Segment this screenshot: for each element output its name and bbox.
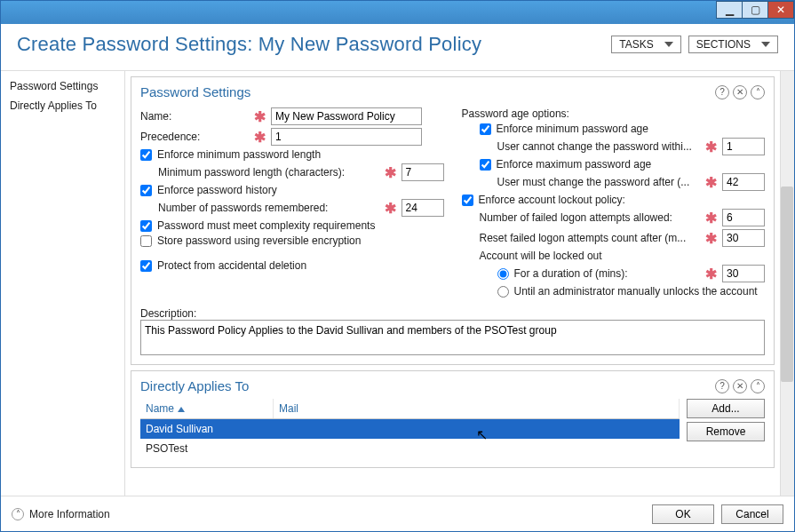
- reversible-checkbox[interactable]: [140, 235, 152, 247]
- more-information-label: More Information: [29, 508, 110, 520]
- cell-mail: [274, 439, 680, 458]
- cell-name: PSOTest: [140, 439, 274, 458]
- table-row[interactable]: David Sullivan: [140, 419, 680, 439]
- enforce-lockout-label: Enforce account lockout policy:: [479, 194, 625, 206]
- minimize-button[interactable]: ▁: [716, 1, 743, 19]
- max-age-input[interactable]: [722, 173, 765, 191]
- nav-item-password-settings[interactable]: Password Settings: [1, 76, 124, 96]
- side-nav: Password Settings Directly Applies To: [1, 71, 125, 496]
- enforce-max-age-checkbox[interactable]: [480, 159, 491, 171]
- required-icon: ✱: [705, 230, 717, 247]
- precedence-label: Precedence:: [140, 131, 247, 143]
- enforce-history-checkbox[interactable]: [140, 185, 152, 196]
- add-button[interactable]: Add...: [687, 399, 765, 418]
- min-length-input[interactable]: [401, 163, 444, 181]
- chevron-up-icon: ˄: [12, 508, 24, 520]
- fail-attempts-label: Number of failed logon attempts allowed:: [480, 211, 699, 224]
- precedence-input[interactable]: [271, 128, 422, 146]
- enforce-min-length-checkbox[interactable]: [140, 149, 152, 161]
- content-area: Password Settings ? ✕ ˄ Name: ✱: [125, 71, 794, 496]
- ok-button[interactable]: OK: [652, 504, 714, 524]
- required-icon: ✱: [705, 174, 717, 191]
- complexity-checkbox[interactable]: [140, 220, 152, 232]
- section-title: Directly Applies To: [140, 378, 249, 393]
- table-row[interactable]: PSOTest: [140, 439, 680, 458]
- fail-attempts-input[interactable]: [722, 209, 765, 226]
- duration-input[interactable]: [722, 265, 765, 282]
- section-title: Password Settings: [140, 84, 250, 99]
- reset-count-input[interactable]: [722, 229, 765, 247]
- sections-menu[interactable]: SECTIONS: [688, 36, 778, 53]
- required-icon: ✱: [385, 164, 396, 181]
- left-column: Name: ✱ Precedence: ✱ Enforce minimum pa…: [140, 105, 444, 300]
- description-input[interactable]: This Password Policy Applies to the Davi…: [140, 320, 765, 355]
- max-age-sublabel: User must change the password after (...: [497, 176, 699, 188]
- protect-checkbox[interactable]: [140, 260, 152, 272]
- age-options-title: Password age options:: [462, 107, 569, 120]
- minimize-icon: ▁: [726, 4, 734, 16]
- description-row: Description: This Password Policy Applie…: [140, 307, 765, 355]
- until-admin-radio[interactable]: [497, 286, 509, 298]
- enforce-history-label: Enforce password history: [157, 184, 277, 196]
- enforce-max-age-label: Enforce maximum password age: [497, 158, 652, 171]
- collapse-icon[interactable]: ˄: [751, 85, 765, 99]
- dialog-window: ▁ ▢ ✕ Create Password Settings: My New P…: [0, 0, 795, 532]
- required-icon: ✱: [254, 108, 266, 125]
- reversible-label: Store password using reversible encrypti…: [157, 234, 361, 247]
- maximize-icon: ▢: [751, 4, 760, 16]
- cell-name: David Sullivan: [140, 419, 274, 439]
- help-icon[interactable]: ?: [715, 85, 729, 99]
- enforce-lockout-checkbox[interactable]: [462, 195, 473, 206]
- required-icon: ✱: [705, 210, 717, 226]
- right-column: Password age options: Enforce minimum pa…: [462, 105, 766, 300]
- body: Password Settings Directly Applies To Pa…: [1, 70, 794, 496]
- nav-item-directly-applies-to[interactable]: Directly Applies To: [1, 96, 124, 115]
- enforce-min-age-checkbox[interactable]: [480, 123, 491, 135]
- scrollbar-thumb[interactable]: [781, 187, 793, 382]
- cancel-button[interactable]: Cancel: [721, 504, 783, 524]
- chevron-down-icon: [664, 42, 673, 47]
- sort-asc-icon: [178, 407, 185, 412]
- clear-icon[interactable]: ✕: [733, 85, 747, 99]
- remove-button[interactable]: Remove: [687, 422, 765, 441]
- col-name-header[interactable]: Name: [140, 399, 274, 418]
- page-title: Create Password Settings: My New Passwor…: [17, 33, 481, 56]
- section-directly-applies-to: Directly Applies To ? ✕ ˄ Name Mail: [131, 370, 775, 468]
- col-mail-header[interactable]: Mail: [274, 399, 680, 418]
- cell-mail: [274, 419, 680, 439]
- tasks-label: TASKS: [619, 38, 653, 51]
- duration-label: For a duration of (mins):: [514, 267, 699, 280]
- reset-count-label: Reset failed logon attempts count after …: [480, 232, 699, 244]
- protect-label: Protect from accidental deletion: [157, 259, 306, 272]
- chevron-down-icon: [761, 42, 770, 47]
- header-buttons: TASKS SECTIONS: [611, 36, 778, 53]
- min-age-sublabel: User cannot change the password withi...: [497, 140, 699, 153]
- complexity-label: Password must meet complexity requiremen…: [157, 219, 375, 232]
- required-icon: ✱: [385, 200, 396, 217]
- section-header: Password Settings ? ✕ ˄: [140, 84, 765, 99]
- two-columns: Name: ✱ Precedence: ✱ Enforce minimum pa…: [140, 105, 765, 300]
- history-count-input[interactable]: [401, 199, 444, 217]
- maximize-button[interactable]: ▢: [742, 1, 768, 19]
- tasks-menu[interactable]: TASKS: [611, 36, 680, 53]
- sections-label: SECTIONS: [696, 38, 751, 51]
- required-icon: ✱: [705, 266, 717, 282]
- min-age-input[interactable]: [722, 138, 765, 155]
- header: Create Password Settings: My New Passwor…: [1, 24, 794, 63]
- scrollbar-track[interactable]: [780, 71, 794, 496]
- name-label: Name:: [140, 110, 247, 123]
- close-icon: ✕: [776, 4, 785, 16]
- more-information-toggle[interactable]: ˄ More Information: [12, 508, 110, 520]
- until-admin-label: Until an administrator manually unlocks …: [514, 285, 758, 298]
- clear-icon[interactable]: ✕: [733, 379, 747, 393]
- close-button[interactable]: ✕: [767, 1, 794, 19]
- required-icon: ✱: [254, 129, 266, 146]
- help-icon[interactable]: ?: [715, 379, 729, 393]
- name-input[interactable]: [271, 107, 422, 125]
- collapse-icon[interactable]: ˄: [751, 379, 765, 393]
- duration-radio[interactable]: [497, 268, 509, 280]
- enforce-min-length-label: Enforce minimum password length: [157, 148, 321, 161]
- description-label: Description:: [140, 307, 765, 320]
- required-icon: ✱: [705, 139, 717, 155]
- titlebar: ▁ ▢ ✕: [1, 1, 794, 24]
